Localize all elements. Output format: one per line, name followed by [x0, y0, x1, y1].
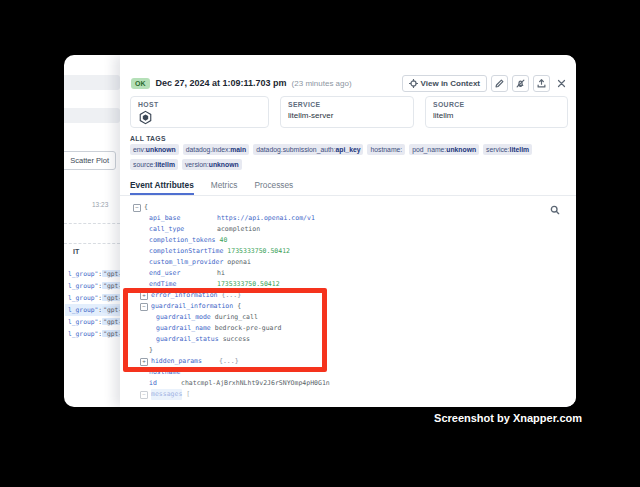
tag-pill[interactable]: version:unknown — [182, 159, 242, 170]
attribute-row-error_information[interactable]: +error_information{...} — [120, 290, 576, 301]
expand-icon[interactable]: + — [140, 358, 148, 366]
close-button[interactable] — [554, 76, 568, 90]
facet-list-header: IT — [73, 248, 79, 255]
panel-header: OK Dec 27, 2024 at 1:09:11.703 pm (23 mi… — [131, 74, 568, 92]
export-icon — [537, 79, 546, 88]
chart-gridline — [64, 223, 120, 224]
expand-icon[interactable]: + — [140, 292, 148, 300]
header-actions: View in Context — [402, 75, 568, 92]
attribute-row-end_user[interactable]: end_userhi — [120, 268, 576, 279]
attribute-row-completion_tokens[interactable]: completion_tokens40 — [120, 235, 576, 246]
view-in-context-button[interactable]: View in Context — [402, 75, 487, 92]
tag-pill[interactable]: service:litellm — [483, 144, 532, 155]
bell-slash-icon — [516, 79, 525, 88]
clipped-toolbar-row — [64, 75, 120, 90]
status-badge: OK — [131, 78, 150, 89]
tag-pill[interactable]: datadog.index:main — [183, 144, 249, 155]
attribute-row-completionStartTime[interactable]: completionStartTime1735333750.50412 — [120, 246, 576, 257]
attribute-row-endTime[interactable]: endTime1735333750.50412 — [120, 279, 576, 290]
collapse-icon[interactable]: − — [140, 391, 148, 399]
panel-tabs: Event Attributes Metrics Processes — [120, 176, 576, 196]
service-card-label: SERVICE — [288, 101, 406, 108]
collapse-icon[interactable]: − — [140, 303, 148, 311]
all-tags-label: ALL TAGS — [130, 135, 166, 142]
tag-pill[interactable]: env:unknown — [130, 144, 179, 155]
scope-icon — [409, 79, 418, 88]
summary-cards: HOST SERVICE litellm-server SOURCE litel… — [130, 96, 568, 128]
search-icon[interactable] — [550, 205, 560, 215]
attribute-row-id[interactable]: idchatcmpl-AjBrxhNLht9v2J6rSNYOmp4pH0G1n — [120, 378, 576, 389]
attribute-row-call_type[interactable]: call_typeacompletion — [120, 224, 576, 235]
scatter-plot-button[interactable]: Scatter Plot — [64, 151, 116, 170]
attribute-row-api_base[interactable]: api_basehttps://api.openai.com/v1 — [120, 213, 576, 224]
tab-processes[interactable]: Processes — [255, 180, 294, 195]
host-card[interactable]: HOST — [130, 96, 269, 128]
attributes-json-tree: −{api_basehttps://api.openai.com/v1call_… — [120, 202, 576, 407]
collapse-icon[interactable]: − — [133, 204, 141, 212]
attribute-row[interactable]: −{ — [120, 202, 576, 213]
watermark: Screenshot by Xnapper.com — [434, 412, 582, 424]
tag-list: env:unknowndatadog.index:maindatadog.sub… — [130, 144, 568, 170]
event-detail-panel: OK Dec 27, 2024 at 1:09:11.703 pm (23 mi… — [120, 55, 576, 407]
relative-time: (23 minutes ago) — [292, 79, 352, 88]
tag-pill[interactable]: pod_name:unknown — [409, 144, 479, 155]
app-window: Scatter Plot 13:23 IT l_group":"gpt-4ol_… — [64, 55, 576, 407]
tab-metrics[interactable]: Metrics — [211, 180, 238, 195]
tag-pill[interactable]: hostname: — [367, 144, 405, 155]
time-axis-tick: 13:23 — [92, 201, 108, 208]
source-card[interactable]: SOURCE litellm — [425, 96, 568, 128]
attribute-row-custom_llm_provider[interactable]: custom_llm_provideropenai — [120, 257, 576, 268]
service-card[interactable]: SERVICE litellm-server — [280, 96, 414, 128]
chart-gridline — [64, 243, 120, 244]
attribute-row-messages[interactable]: −messages[ — [120, 389, 576, 400]
mute-button[interactable] — [512, 75, 529, 92]
source-card-label: SOURCE — [433, 101, 560, 108]
service-card-value: litellm-server — [288, 111, 406, 120]
attribute-row-hidden_params[interactable]: +hidden_params{...} — [120, 356, 576, 367]
attribute-row-hostname[interactable]: hostname — [120, 367, 576, 378]
host-card-label: HOST — [138, 101, 261, 108]
pencil-icon — [495, 79, 504, 88]
attribute-row-guardrail_mode[interactable]: guardrail_modeduring_call — [120, 312, 576, 323]
export-button[interactable] — [533, 75, 550, 92]
source-card-value: litellm — [433, 111, 560, 120]
close-icon — [557, 79, 566, 88]
clipped-toolbar-row — [64, 108, 120, 123]
host-hexagon-icon — [138, 110, 153, 125]
tag-pill[interactable]: datadog.submission_auth:api_key — [253, 144, 363, 155]
view-in-context-label: View in Context — [421, 79, 480, 88]
tag-pill[interactable]: source:litellm — [130, 159, 178, 170]
tab-event-attributes[interactable]: Event Attributes — [130, 180, 194, 195]
edit-button[interactable] — [491, 75, 508, 92]
event-timestamp-title: Dec 27, 2024 at 1:09:11.703 pm — [156, 78, 287, 88]
attribute-row-guardrail_status[interactable]: guardrail_statussuccess — [120, 334, 576, 345]
attribute-row[interactable]: } — [120, 345, 576, 356]
attribute-row-guardrail_name[interactable]: guardrail_namebedrock-pre-guard — [120, 323, 576, 334]
attribute-row-guardrail_information[interactable]: −guardrail_information{ — [120, 301, 576, 312]
